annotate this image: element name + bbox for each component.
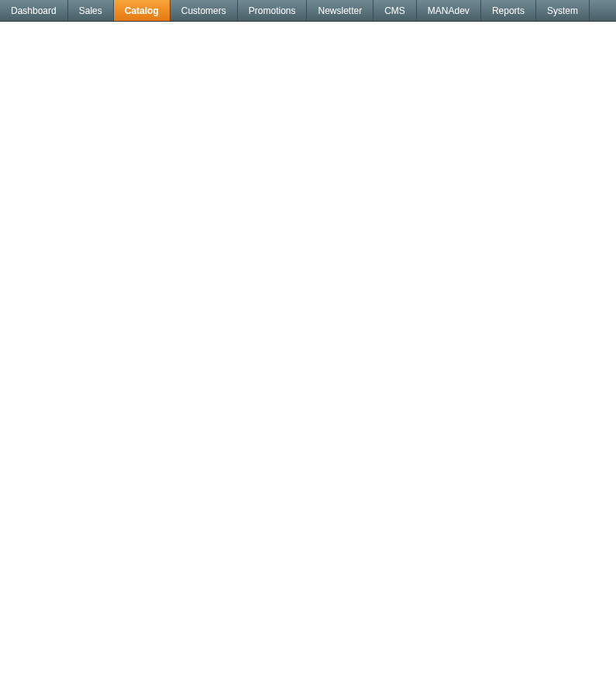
top-navigation: Dashboard Sales Catalog Customers Promot…: [0, 0, 616, 22]
nav-sales[interactable]: Sales: [68, 0, 114, 21]
nav-manadev[interactable]: MANAdev: [417, 0, 481, 21]
nav-dashboard[interactable]: Dashboard: [0, 0, 68, 21]
nav-catalog[interactable]: Catalog: [114, 0, 170, 21]
nav-newsletter[interactable]: Newsletter: [307, 0, 373, 21]
nav-reports[interactable]: Reports: [481, 0, 536, 21]
nav-promotions[interactable]: Promotions: [238, 0, 308, 21]
nav-system[interactable]: System: [536, 0, 590, 21]
nav-cms[interactable]: CMS: [373, 0, 417, 21]
nav-customers[interactable]: Customers: [170, 0, 238, 21]
